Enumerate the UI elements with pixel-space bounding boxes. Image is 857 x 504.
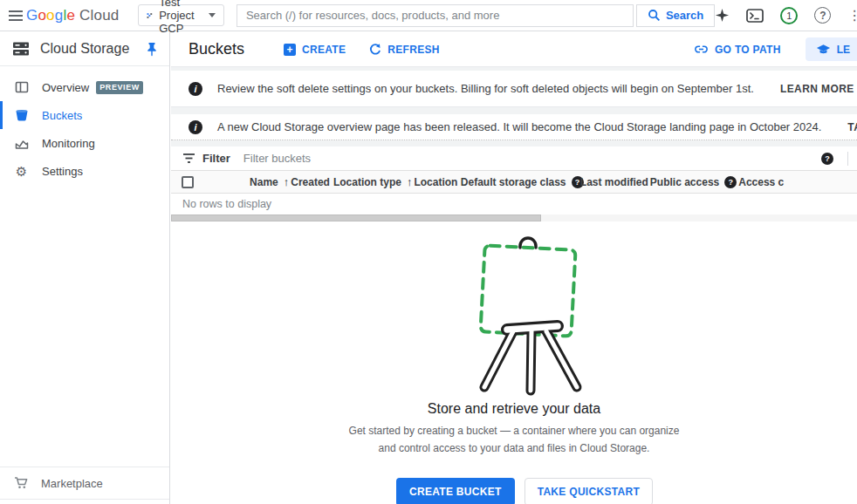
filter-buckets-input[interactable] (243, 152, 821, 165)
main-content: Buckets + CREATE REFRESH GO TO PATH (171, 32, 857, 504)
learn-button[interactable]: LE (806, 37, 857, 61)
sidebar: Cloud Storage Overview PREVIEW Bucke (0, 32, 170, 504)
project-name: Test Project GCP (159, 0, 201, 35)
empty-table-message: No rows to display (171, 194, 857, 214)
soft-delete-banner: i Review the soft delete settings on you… (171, 71, 857, 107)
help-icon[interactable]: ? (814, 7, 831, 24)
sidebar-item-label: Settings (42, 165, 83, 178)
search-button-label: Search (666, 9, 703, 22)
marketplace-label: Marketplace (41, 477, 103, 490)
page-header: Buckets + CREATE REFRESH GO TO PATH (171, 32, 857, 66)
info-icon: i (189, 120, 202, 134)
sidebar-item-settings[interactable]: ⚙ Settings (0, 157, 169, 185)
gear-icon: ⚙ (14, 165, 29, 178)
divider (847, 152, 848, 166)
column-header-location-type[interactable]: Location type ↑ (332, 175, 413, 188)
top-app-bar: Google Cloud Test Project GCP Search (0, 0, 857, 31)
page-title: Buckets (189, 40, 244, 58)
scrollbar-thumb[interactable] (171, 215, 541, 221)
info-icon: i (189, 82, 202, 96)
sidebar-item-overview[interactable]: Overview PREVIEW (0, 73, 169, 101)
monitoring-chart-icon (14, 137, 29, 150)
project-selector[interactable]: Test Project GCP (138, 4, 223, 26)
take-quickstart-button[interactable]: TAKE QUICKSTART (524, 478, 653, 504)
horizontal-scrollbar (171, 215, 857, 221)
table-header-row: Name ↑ Created Location type ↑ Location … (171, 171, 857, 194)
column-header-public-access[interactable]: Public access ? (648, 176, 737, 188)
create-button[interactable]: + CREATE (284, 44, 346, 56)
easel-illustration (458, 232, 602, 396)
sidebar-item-buckets[interactable]: Buckets (0, 101, 169, 129)
banner-text: A new Cloud Storage overview page has be… (217, 120, 821, 133)
filter-help-icon[interactable]: ? (821, 153, 833, 165)
sidebar-item-label: Monitoring (42, 137, 95, 150)
google-cloud-logo: Google Cloud (26, 7, 119, 24)
notifications-button[interactable]: 1 (780, 7, 798, 24)
select-all-checkbox[interactable] (182, 176, 194, 188)
notification-count: 1 (786, 10, 792, 21)
search-icon (648, 9, 661, 22)
overview-icon (14, 80, 29, 94)
search-input[interactable] (237, 4, 634, 27)
marketplace-cart-icon (14, 476, 29, 490)
filter-icon (182, 153, 195, 164)
sidebar-item-label: Overview (42, 81, 89, 94)
empty-state-title: Store and retrieve your data (428, 401, 600, 417)
banner-text: Review the soft delete settings on your … (217, 82, 754, 95)
cloud-shell-icon[interactable] (746, 9, 764, 23)
project-icon (147, 10, 153, 22)
go-to-path-button[interactable]: GO TO PATH (694, 43, 781, 56)
menu-icon[interactable] (9, 3, 23, 29)
learn-more-button[interactable]: LEARN MORE (780, 83, 857, 95)
sidebar-title: Cloud Storage (40, 41, 146, 57)
sidebar-header: Cloud Storage (0, 32, 169, 66)
empty-state-description: Get started by creating a bucket — a con… (344, 423, 684, 458)
column-header-default-storage-class[interactable]: Default storage class ? (459, 176, 579, 188)
cloud-storage-product-icon (12, 40, 30, 58)
create-bucket-button[interactable]: CREATE BUCKET (396, 478, 515, 504)
gemini-sparkle-icon[interactable] (715, 8, 730, 23)
pin-icon[interactable] (146, 42, 159, 57)
sidebar-item-marketplace[interactable]: Marketplace (0, 467, 169, 500)
plus-icon: + (284, 44, 296, 56)
sidebar-item-monitoring[interactable]: Monitoring (0, 129, 169, 157)
chevron-down-icon (209, 13, 216, 17)
banner-strip: i Review the soft delete settings on you… (171, 66, 857, 146)
overview-release-banner: i A new Cloud Storage overview page has … (171, 114, 857, 140)
bucket-icon (14, 109, 29, 122)
filter-label: Filter (202, 152, 230, 165)
column-header-last-modified[interactable]: Last modified (579, 176, 648, 188)
graduation-cap-icon (816, 44, 831, 56)
logo-cloud-text: Cloud (79, 7, 119, 24)
refresh-icon (368, 43, 381, 56)
filter-bar: Filter ? (171, 146, 857, 171)
column-header-location[interactable]: Location (412, 176, 458, 188)
column-header-name[interactable]: Name ↑ (237, 175, 289, 188)
refresh-button[interactable]: REFRESH (368, 43, 439, 56)
google-logo-word: Google (26, 7, 75, 24)
preview-badge: PREVIEW (96, 81, 143, 94)
more-options-icon[interactable]: ⋮ (847, 9, 857, 23)
help-icon[interactable]: ? (724, 176, 737, 188)
column-header-created[interactable]: Created (289, 176, 332, 188)
sidebar-item-label: Buckets (42, 109, 82, 122)
search-button[interactable]: Search (636, 4, 715, 27)
take-a-look-button[interactable]: TAKE A L (847, 121, 857, 133)
column-header-access-control[interactable]: Access c (737, 176, 857, 188)
empty-state: Store and retrieve your data Get started… (171, 221, 857, 504)
link-icon (694, 43, 709, 56)
